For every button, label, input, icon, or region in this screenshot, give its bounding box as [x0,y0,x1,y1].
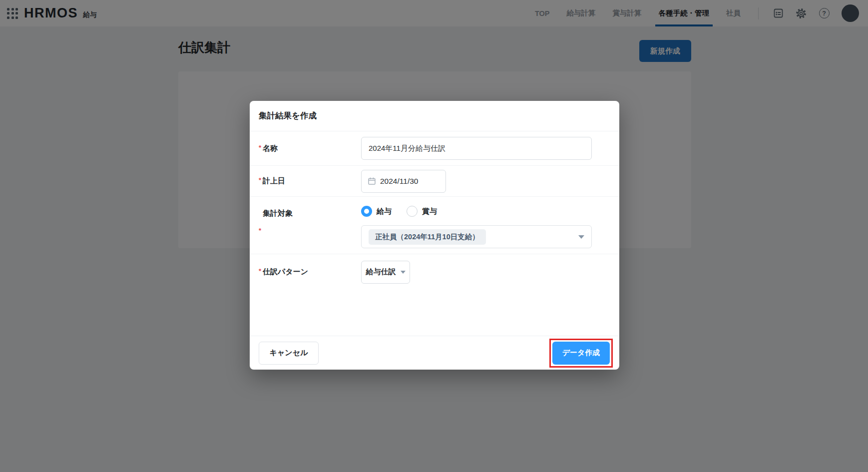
app-window: HRMOS 給与 TOP 給与計算 賞与計算 各種手続・管理 社員 [0,0,868,472]
create-summary-modal: 集計結果を作成 * 名称 * 計上日 2024/11/30 [250,101,619,370]
radio-selected-icon[interactable] [361,206,372,217]
modal-footer: キャンセル データ作成 [250,336,619,370]
date-value: 2024/11/30 [380,177,418,186]
modal-title: 集計結果を作成 [259,110,317,121]
required-mark: * [259,144,261,151]
required-mark: * [259,176,261,184]
required-mark: * [259,227,261,234]
target-label: * 集計対象 [259,197,361,254]
calendar-icon [368,177,376,185]
create-data-button[interactable]: データ作成 [552,342,610,365]
selected-group-chip: 正社員（2024年11月10日支給） [369,229,486,245]
name-input[interactable] [361,137,592,160]
journal-pattern-select[interactable]: 給与仕訳 [361,261,410,284]
required-mark: * [259,267,261,275]
field-row-target: * 集計対象 給与 賞与 正社員（2024年11月10日支給） [250,197,619,254]
field-row-pattern: * 仕訳パターン 給与仕訳 [250,254,619,290]
field-row-date: * 計上日 2024/11/30 [250,166,619,197]
pattern-value: 給与仕訳 [366,267,396,277]
target-radio-group: 給与 賞与 [361,206,592,217]
radio-salary[interactable]: 給与 [361,206,392,217]
chevron-down-icon [401,271,406,274]
employee-group-select[interactable]: 正社員（2024年11月10日支給） [361,225,592,248]
pattern-label: * 仕訳パターン [259,267,361,277]
date-label: * 計上日 [259,176,361,186]
radio-unselected-icon[interactable] [407,206,418,217]
name-label: * 名称 [259,144,361,153]
field-row-name: * 名称 [250,131,619,166]
cancel-button[interactable]: キャンセル [259,342,319,365]
annotation-highlight-box: データ作成 [549,339,613,368]
modal-header: 集計結果を作成 [250,101,619,131]
chevron-down-icon [578,235,584,239]
target-field-column: 給与 賞与 正社員（2024年11月10日支給） [361,197,592,254]
date-picker-input[interactable]: 2024/11/30 [361,170,446,193]
radio-bonus[interactable]: 賞与 [407,206,437,217]
